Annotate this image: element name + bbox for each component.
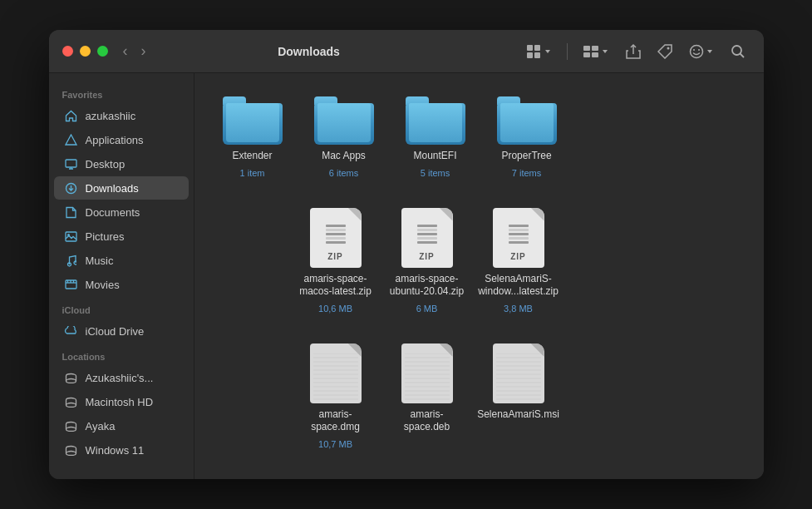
- svg-rect-2: [527, 52, 533, 58]
- sidebar-item-label: Windows 11: [86, 444, 145, 457]
- drive-icon: [64, 370, 79, 385]
- svg-marker-15: [707, 50, 712, 53]
- sidebar-item-label: Movies: [86, 279, 120, 291]
- sidebar-item-label: iCloud Drive: [86, 325, 145, 338]
- svg-point-13: [693, 49, 695, 51]
- file-amaris-dmg[interactable]: amaris-space.dmg 10,7 MB: [294, 337, 377, 456]
- svg-rect-5: [583, 46, 590, 51]
- folder-extender[interactable]: Extender 1 item: [211, 90, 294, 185]
- sidebar-item-macintosh-hd[interactable]: Macintosh HD: [54, 390, 189, 413]
- sidebar-item-label: azukashiic: [86, 110, 136, 122]
- sidebar-item-applications[interactable]: Applications: [54, 128, 189, 151]
- sidebar-item-documents[interactable]: Documents: [54, 200, 189, 224]
- emoji-button[interactable]: [684, 41, 719, 62]
- dmg-icon-amaris: [310, 343, 362, 403]
- file-meta-amaris-dmg: 10,7 MB: [318, 439, 352, 449]
- svg-rect-18: [66, 160, 76, 167]
- home-icon: [64, 108, 79, 123]
- zip-icon-selena-window: ZIP: [493, 208, 544, 268]
- folder-name-propertree: ProperTree: [501, 150, 551, 163]
- svg-rect-1: [534, 45, 540, 51]
- view-grid-button[interactable]: [520, 40, 557, 63]
- folder-mac-apps[interactable]: Mac Apps 6 items: [303, 90, 386, 185]
- window-title: Downloads: [98, 45, 520, 58]
- folder-name-mac-apps: Mac Apps: [322, 150, 366, 163]
- svg-point-16: [732, 46, 741, 55]
- zip-icon-amaris-macos: ZIP: [310, 208, 362, 268]
- favorites-label: Favorites: [49, 82, 194, 103]
- file-meta-amaris-macos: 10,6 MB: [318, 304, 352, 314]
- file-name-selena-msi: SelenaAmariS.msi: [477, 408, 559, 422]
- main-area: Favorites azukashiic Applications: [49, 73, 764, 479]
- harddrive-icon: [64, 394, 79, 409]
- titlebar: ‹ › Downloads: [49, 30, 764, 73]
- svg-point-34: [66, 427, 76, 431]
- toolbar-divider: [567, 43, 568, 60]
- file-selena-window[interactable]: ZIP SelenaAmariS-window...latest.zip 3,8…: [477, 201, 560, 320]
- search-button[interactable]: [726, 41, 750, 62]
- svg-rect-6: [592, 46, 598, 51]
- tag-button[interactable]: [652, 41, 677, 62]
- icloud-icon: [64, 324, 79, 339]
- applications-icon: [64, 132, 79, 147]
- drive3-icon: [64, 442, 79, 457]
- sidebar-item-label: Downloads: [86, 182, 139, 195]
- file-meta-amaris-ubuntu: 6 MB: [416, 304, 438, 314]
- sidebar-item-music[interactable]: Music: [54, 249, 189, 272]
- folder-icon-propertree: [497, 96, 557, 145]
- sidebar-item-azukashiic[interactable]: azukashiic: [54, 104, 189, 127]
- folder-icon-extender: [223, 96, 283, 145]
- finder-window: ‹ › Downloads: [49, 30, 764, 479]
- sidebar-item-label: Ayaka: [86, 420, 116, 432]
- sidebar-item-windows11[interactable]: Windows 11: [54, 438, 189, 462]
- zip-icon-amaris-ubuntu: ZIP: [401, 208, 453, 268]
- sidebar-item-label: Desktop: [86, 158, 125, 170]
- file-amaris-macos[interactable]: ZIP amaris-space-macos-latest.zip 10,6 M…: [294, 201, 377, 320]
- sidebar-item-icloud-drive[interactable]: iCloud Drive: [54, 319, 189, 343]
- sidebar-item-downloads[interactable]: Downloads: [54, 176, 189, 200]
- folder-meta-mac-apps: 6 items: [329, 168, 358, 178]
- sidebar-item-azukashiics-mac[interactable]: Azukashiic's...: [54, 366, 189, 389]
- folder-name-extender: Extender: [232, 150, 272, 163]
- sidebar-item-movies[interactable]: Movies: [54, 273, 189, 296]
- documents-icon: [64, 205, 79, 220]
- folder-icon-mountefi: [406, 96, 465, 145]
- view-size-button[interactable]: [578, 42, 614, 62]
- svg-line-17: [740, 53, 744, 57]
- sidebar-item-label: Azukashiic's...: [86, 372, 154, 384]
- close-button[interactable]: [62, 46, 73, 57]
- folder-mountefi[interactable]: MountEFI 5 items: [394, 90, 477, 185]
- content-area: Extender 1 item Mac Apps 6 items: [194, 73, 764, 479]
- folder-meta-extender: 1 item: [240, 168, 265, 178]
- files-grid: ZIP amaris-space-macos-latest.zip 10,6 M…: [211, 201, 747, 320]
- file-amaris-ubuntu[interactable]: ZIP amaris-space-ubuntu-20.04.zip 6 MB: [386, 201, 469, 320]
- sidebar-item-desktop[interactable]: Desktop: [54, 152, 189, 175]
- file-meta-selena-window: 3,8 MB: [504, 304, 533, 314]
- svg-point-11: [667, 47, 669, 49]
- svg-point-12: [690, 45, 702, 57]
- folders-grid: Extender 1 item Mac Apps 6 items: [211, 90, 747, 185]
- sidebar-item-label: Macintosh HD: [86, 396, 154, 408]
- sidebar: Favorites azukashiic Applications: [49, 73, 194, 479]
- file-selena-msi[interactable]: SelenaAmariS.msi: [477, 337, 560, 456]
- downloads-icon: [64, 180, 79, 195]
- music-icon: [64, 253, 79, 268]
- sidebar-item-ayaka[interactable]: Ayaka: [54, 414, 189, 437]
- minimize-button[interactable]: [80, 46, 91, 57]
- drive2-icon: [64, 418, 79, 433]
- svg-point-35: [66, 451, 76, 455]
- sidebar-item-pictures[interactable]: Pictures: [54, 225, 189, 248]
- pictures-icon: [64, 229, 79, 244]
- svg-point-33: [66, 403, 76, 407]
- svg-point-32: [66, 378, 76, 383]
- share-button[interactable]: [621, 40, 646, 63]
- file-name-amaris-deb: amaris-space.deb: [389, 408, 465, 434]
- file-amaris-deb[interactable]: amaris-space.deb: [386, 337, 469, 456]
- files-grid-2: amaris-space.dmg 10,7 MB amaris-space.de…: [211, 337, 747, 456]
- sidebar-item-label: Applications: [86, 134, 144, 146]
- icloud-label: iCloud: [49, 297, 194, 319]
- svg-rect-8: [592, 52, 598, 57]
- sidebar-item-label: Music: [86, 254, 114, 267]
- folder-propertree[interactable]: ProperTree 7 items: [485, 90, 568, 185]
- svg-rect-3: [534, 52, 540, 58]
